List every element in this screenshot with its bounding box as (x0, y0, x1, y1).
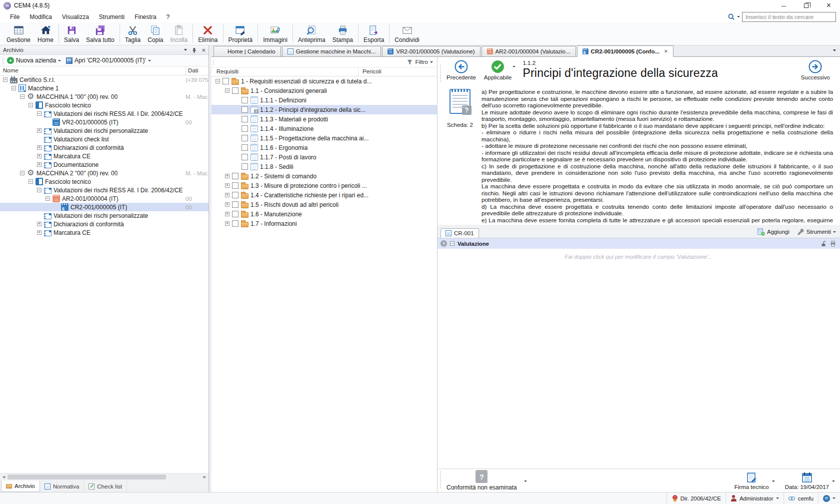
tree-expander[interactable] (20, 171, 24, 175)
requirement-checkbox[interactable] (232, 211, 238, 217)
requirement-checkbox[interactable] (232, 173, 238, 179)
tree-expander[interactable] (37, 145, 42, 150)
conformity-caret[interactable] (524, 481, 527, 482)
archive-hscrollbar[interactable] (0, 473, 208, 481)
tree-expander[interactable] (225, 174, 230, 178)
copia-button[interactable]: Copia (144, 22, 166, 45)
tree-row[interactable]: Fascicolo tecnico (0, 101, 208, 109)
tree-row[interactable]: Valutazioni dei rischi personalizzate (0, 126, 208, 135)
filter-grip[interactable] (212, 59, 214, 65)
user-menu[interactable]: Administrator (726, 493, 784, 504)
salva-tutto-button[interactable]: Salva tutto (82, 22, 118, 45)
subtab-cr-001[interactable]: CR-001 (440, 228, 479, 238)
tree-row[interactable]: VR2-001/000005 (IT) 00 (0, 118, 208, 126)
requirement-row[interactable]: 1 - Requisiti essenziali di sicurezza e … (212, 76, 437, 86)
tree-row[interactable]: MACCHINA 2 "00" (00) rev. 00 M. - Mac (0, 169, 208, 177)
tree-row[interactable]: Valutazioni dei rischi RESS All. I Dir. … (0, 109, 208, 118)
tab-close-icon[interactable] (662, 47, 668, 55)
condividi-button[interactable]: Condividi (391, 22, 422, 45)
requirement-checkbox[interactable] (242, 154, 248, 160)
tab-archivio[interactable]: Archivio (1, 481, 40, 492)
gestione-button[interactable]: Gestione (3, 22, 34, 45)
requirement-row[interactable]: 1.7 - Informazioni (212, 219, 437, 228)
requirement-row[interactable]: 1.1.4 - Illuminazione (212, 124, 437, 133)
menu-item[interactable]: Visualizza (57, 12, 94, 22)
conformity-grip[interactable] (440, 471, 442, 488)
immagini-button[interactable]: Immagini (260, 22, 291, 45)
tree-expander[interactable] (37, 154, 42, 158)
open-document-caret[interactable] (148, 60, 151, 61)
incolla-button[interactable]: Incolla (167, 22, 192, 45)
tree-expander[interactable] (12, 86, 16, 90)
tab-check-list[interactable]: Check list (84, 481, 127, 492)
toolbar-grip[interactable] (2, 57, 4, 64)
stampa-button[interactable]: Stampa (329, 22, 356, 45)
taglia-button[interactable]: Taglia (122, 22, 144, 45)
printer-icon[interactable] (830, 241, 836, 247)
requirement-row[interactable]: 1.1.5 - Progettazione della macchina ai.… (212, 133, 437, 143)
language-caret[interactable] (832, 498, 836, 499)
strumenti-caret[interactable] (833, 231, 836, 233)
requirement-row[interactable]: 1.1.1 - Definizioni (212, 95, 437, 105)
panel-close-icon[interactable] (202, 46, 206, 54)
column-pericoli[interactable]: Pericoli (358, 67, 437, 76)
tree-expander[interactable] (37, 222, 42, 226)
tree-row[interactable]: Marcatura CE (0, 228, 208, 237)
pin-icon[interactable] (192, 47, 197, 53)
menu-item[interactable]: Modifica (24, 12, 57, 22)
requirement-row[interactable]: 1.1 - Considerazioni generali (212, 86, 437, 95)
tree-expander[interactable] (20, 94, 24, 99)
requirement-row[interactable]: 1.1.7 - Posti di lavoro (212, 152, 437, 162)
requirement-row[interactable]: 1.3 - Misure di protezione contro i peri… (212, 181, 437, 190)
requirement-checkbox[interactable] (242, 125, 248, 132)
requirement-row[interactable]: 1.1.8 - Sedili (212, 162, 437, 171)
tree-expander[interactable] (37, 188, 42, 192)
conformity-status-button[interactable]: Conformità non esaminata (446, 470, 517, 491)
tree-expander[interactable] (28, 103, 33, 107)
elimina-button[interactable]: Elimina (194, 22, 221, 45)
requirement-row[interactable]: 1.5 - Rischi dovuti ad altri pericoli (212, 200, 437, 209)
tree-row[interactable]: Valutazioni check list (0, 135, 208, 143)
requirement-checkbox[interactable] (242, 97, 248, 103)
tree-expander[interactable] (225, 88, 230, 93)
firma-tecnico-button[interactable]: Firma tecnico (734, 472, 769, 490)
requirement-checkbox[interactable] (242, 116, 248, 122)
tree-row[interactable]: Dichiarazioni di conformità (0, 143, 208, 152)
unlock-icon[interactable] (820, 241, 826, 247)
requirement-checkbox[interactable] (232, 201, 238, 208)
open-document-button[interactable]: Apri 'CR2-001/000005 (IT)' (74, 57, 146, 64)
tree-row[interactable]: Valutazioni dei rischi personalizzate (0, 211, 208, 220)
tree-expander[interactable] (225, 183, 230, 188)
requirement-row[interactable]: 1.1.3 - Materiali e prodotti (212, 114, 437, 124)
tab-normativa[interactable]: Normativa (40, 481, 84, 492)
scroll-thumb[interactable] (8, 475, 166, 480)
filter-caret[interactable] (430, 61, 433, 63)
tree-expander[interactable] (3, 77, 8, 82)
doc-tab-vr2[interactable]: VR2-001/000005 (Valutazione) (382, 46, 480, 56)
requirement-checkbox[interactable] (232, 192, 238, 198)
requirement-checkbox[interactable] (242, 135, 248, 141)
successivo-button[interactable]: Successivo (801, 60, 830, 80)
requirement-checkbox[interactable] (232, 87, 238, 94)
maximize-button[interactable] (795, 0, 818, 11)
tree-row[interactable]: Marcatura CE (0, 152, 208, 160)
menu-item[interactable]: File (5, 12, 24, 22)
requirement-row[interactable]: 1.1.6 - Ergonomia (212, 143, 437, 152)
column-requisiti[interactable]: Requisiti (212, 67, 358, 76)
menu-item[interactable]: Finestra (130, 12, 161, 22)
search-options-caret[interactable] (737, 16, 740, 17)
tree-row[interactable]: Dichiarazioni di conformità (0, 220, 208, 228)
tree-row[interactable]: AR2-001/000004 (IT) 00 (0, 194, 208, 203)
requirement-checkbox[interactable] (222, 78, 229, 84)
requirement-checkbox[interactable] (242, 163, 248, 170)
connection-status[interactable]: cemfu (784, 493, 818, 504)
help-circle-icon[interactable] (440, 240, 447, 247)
close-button[interactable] (818, 0, 840, 11)
tree-row[interactable]: Documentazione (0, 160, 208, 169)
requirement-checkbox[interactable] (242, 144, 248, 151)
tree-row[interactable]: Macchine 1 (0, 84, 208, 92)
firma-caret[interactable] (772, 481, 775, 482)
doc-tab-ar2[interactable]: AR2-001/000004 (Valutazio... (482, 46, 576, 56)
requirement-row[interactable]: 1.2 - Sistemi di comando (212, 171, 437, 181)
tree-row[interactable]: MACCHINA 1 "00" (00) rev. 00 M. - Mac (0, 92, 208, 101)
